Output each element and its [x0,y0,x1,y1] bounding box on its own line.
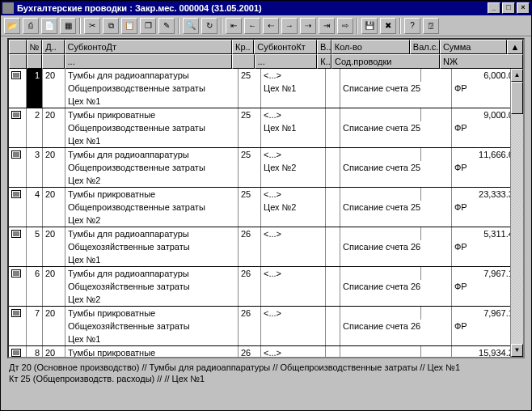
row-sdt-3: Цех №2 [65,214,239,227]
status-line-kt: Кт 25 (Общепроизводств. расходы) // // Ц… [7,373,525,384]
toolbar-goto-icon[interactable]: ⇨ [337,18,353,34]
header-kr[interactable]: Кр.. [232,40,254,54]
row-sdt-2: Общепроизводственные затраты [65,161,239,174]
row-subkonto-kt: <...> [261,69,326,82]
row-skt-3 [261,174,326,187]
row-val [421,227,452,240]
toolbar-step-b-icon[interactable]: ⇠ [263,18,279,34]
toolbar-cut-icon[interactable]: ✂ [84,18,100,34]
row-subkonto-kt: <...> [261,346,326,357]
table-row[interactable]: 320Тумбы для радиоаппаратуры25<...>11,66… [9,148,523,188]
row-subkonto-kt: <...> [261,188,326,201]
row-credit: 25 [239,188,261,201]
row-v [326,148,340,161]
row-val [421,267,452,280]
toolbar-last-icon[interactable]: ⇥ [319,18,335,34]
header-sum[interactable]: Сумма [440,40,508,54]
row-subkonto-dt: Тумбы прикроватные [65,188,239,201]
toolbar-context-help-icon[interactable]: ⍰ [423,18,439,34]
table-row[interactable]: 520Тумбы для радиоаппаратуры26<...>5,311… [9,227,523,267]
row-desc: Списание счета 25 [340,82,452,95]
table-row[interactable]: 720Тумбы прикроватные26<...>7,967.14Обще… [9,307,523,346]
header-nz[interactable]: NЖ [440,54,523,69]
toolbar-paste-icon[interactable]: 📋 [121,18,137,34]
header-scroll-up[interactable]: ▲ [507,40,523,54]
header-subkonto-dt[interactable]: СубконтоДт [65,40,232,54]
header-kolvo[interactable]: Кол-во [331,40,410,54]
row-mark-icon [9,188,27,201]
row-number: 7 [27,307,43,320]
header-sdt-2[interactable]: ... [65,54,233,69]
scroll-track[interactable] [511,82,523,344]
header-n-2[interactable] [27,54,43,69]
toolbar-layers-icon[interactable]: ❐ [140,18,156,34]
table-row[interactable]: 120Тумбы для радиоаппаратуры25<...>6,000… [9,69,523,108]
row-subkonto-dt: Тумбы прикроватные [65,346,239,357]
scroll-up-button[interactable]: ▲ [511,69,523,82]
minimize-button[interactable]: _ [488,2,500,14]
title-bar: Бухгалтерские проводки : Закр.мес. 00000… [1,1,531,15]
header-val[interactable]: Вал.с... [410,40,440,54]
toolbar-open-icon[interactable]: 📂 [4,18,20,34]
row-skt-2: Цех №1 [261,82,326,95]
maximize-button[interactable]: □ [502,2,515,14]
row-debit: 20 [43,227,65,240]
toolbar-grid-icon[interactable]: ▦ [60,18,76,34]
toolbar: 📂⎙📄▦✂⧉📋❐✎🔍↻⇤←⇠→⇢⇥⇨💾✖?⍰ [1,15,531,36]
row-subkonto-kt: <...> [261,307,326,320]
row-skt-2 [261,280,326,293]
header-subkonto-kt[interactable]: СубконтоКт [254,40,317,54]
toolbar-edit-icon[interactable]: ✎ [158,18,175,34]
toolbar-save-icon[interactable]: 💾 [361,18,378,34]
row-kol [340,267,421,280]
row-credit: 26 [239,267,261,280]
row-number: 6 [27,267,43,280]
toolbar-copy-icon[interactable]: ⧉ [103,18,119,34]
grid-body[interactable]: 120Тумбы для радиоаппаратуры25<...>6,000… [9,69,523,357]
scroll-thumb[interactable] [511,82,523,114]
toolbar-del-icon[interactable]: ✖ [380,18,396,34]
row-subkonto-dt: Тумбы для радиоаппаратуры [65,267,239,280]
close-button[interactable]: × [517,2,530,14]
toolbar-refresh-icon[interactable]: ↻ [201,18,217,34]
row-val [421,346,452,357]
grid-container: № Д.. СубконтоДт Кр.. СубконтоКт В.. Кол… [7,38,525,358]
header-v[interactable]: В.. [317,40,331,54]
row-sdt-2: Общехозяйственные затраты [65,240,239,253]
row-val [421,69,452,82]
row-desc: Списание счета 25 [340,201,452,214]
toolbar-step-f-icon[interactable]: ⇢ [300,18,316,34]
row-credit: 26 [239,227,261,240]
row-skt-3 [261,134,326,147]
vertical-scrollbar[interactable]: ▲ ▼ [510,69,523,357]
toolbar-help-icon[interactable]: ? [404,18,420,34]
toolbar-prev-icon[interactable]: ← [244,18,260,34]
header-d[interactable]: Д.. [42,40,64,54]
toolbar-first-icon[interactable]: ⇤ [226,18,242,34]
table-row[interactable]: 420Тумбы прикроватные25<...>23,333.33Общ… [9,188,523,227]
header-kr-2[interactable] [232,54,254,69]
row-skt-3 [261,333,326,345]
row-skt-3 [261,253,326,266]
toolbar-next-icon[interactable]: → [281,18,298,34]
header-d-2[interactable] [42,54,64,69]
header-mark-2[interactable] [9,54,27,69]
row-subkonto-kt: <...> [261,267,326,280]
table-row[interactable]: 820Тумбы прикроватные26<...>15,934.29Общ… [9,346,523,357]
toolbar-print-icon[interactable]: ⎙ [23,18,39,34]
header-skt-2[interactable]: ... [255,54,318,69]
toolbar-find-icon[interactable]: 🔍 [183,18,199,34]
header-v-2[interactable]: К.. [317,54,331,69]
table-row[interactable]: 620Тумбы для радиоаппаратуры26<...>7,967… [9,267,523,307]
row-credit: 26 [239,346,261,357]
table-row[interactable]: 220Тумбы прикроватные25<...>9,000.00Обще… [9,108,523,148]
row-sdt-2: Общепроизводственные затраты [65,82,239,95]
row-subkonto-dt: Тумбы для радиоаппаратуры [65,69,239,82]
row-subkonto-kt: <...> [261,108,326,121]
scroll-down-button[interactable]: ▼ [511,344,523,357]
row-sdt-2: Общепроизводственные затраты [65,201,239,214]
header-soderj[interactable]: Сод.проводки [331,54,440,69]
header-mark[interactable] [9,40,27,54]
toolbar-doc-icon[interactable]: 📄 [41,18,57,34]
header-n[interactable]: № [27,40,43,54]
